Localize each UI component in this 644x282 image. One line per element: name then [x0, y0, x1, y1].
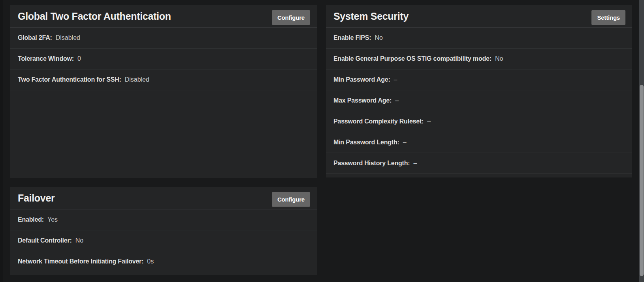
- card-title-system-security: System Security: [333, 11, 409, 22]
- card-failover: Failover Configure Enabled: Yes Default …: [10, 187, 317, 275]
- row-label-max-password-age: Max Password Age:: [333, 97, 392, 104]
- row-value-network-timeout: 0s: [147, 258, 154, 265]
- card-system-security-header: System Security Settings: [326, 5, 632, 28]
- window-left-edge: [0, 0, 3, 282]
- row-label-default-controller: Default Controller:: [18, 237, 72, 244]
- row-min-password-age: Min Password Age: –: [326, 69, 632, 90]
- row-label-stig-mode: Enable General Purpose OS STIG compatibi…: [333, 55, 491, 62]
- row-password-complexity: Password Complexity Ruleset: –: [326, 111, 632, 132]
- scrollbar-track[interactable]: [639, 0, 644, 282]
- row-value-password-complexity: –: [427, 118, 431, 125]
- card-title-global-2fa: Global Two Factor Authentication: [18, 11, 171, 22]
- row-label-network-timeout: Network Timeout Before Initiating Failov…: [18, 258, 143, 265]
- row-label-tolerance-window: Tolerance Window:: [18, 55, 74, 62]
- card-global-2fa: Global Two Factor Authentication Configu…: [10, 5, 317, 178]
- row-label-enable-fips: Enable FIPS:: [333, 34, 371, 41]
- card-system-security: System Security Settings Enable FIPS: No…: [326, 5, 632, 177]
- row-value-password-history-length: –: [413, 160, 417, 167]
- row-label-password-history-length: Password History Length:: [333, 160, 410, 167]
- row-value-global-2fa: Disabled: [56, 34, 80, 41]
- row-value-failover-enabled: Yes: [47, 216, 58, 223]
- card-global-2fa-header: Global Two Factor Authentication Configu…: [10, 5, 317, 28]
- card-title-failover: Failover: [18, 192, 55, 204]
- row-failover-enabled: Enabled: Yes: [10, 209, 317, 230]
- row-label-failover-enabled: Enabled:: [18, 216, 44, 223]
- card-failover-header: Failover Configure: [10, 187, 317, 209]
- row-label-password-complexity: Password Complexity Ruleset:: [333, 118, 424, 125]
- row-password-history-length: Password History Length: –: [326, 153, 632, 174]
- scrollbar-thumb[interactable]: [640, 85, 644, 276]
- row-value-tolerance-window: 0: [77, 55, 81, 62]
- row-min-password-length: Min Password Length: –: [326, 132, 632, 153]
- row-default-controller: Default Controller: No: [10, 230, 317, 251]
- failover-configure-button[interactable]: Configure: [272, 192, 310, 207]
- row-network-timeout: Network Timeout Before Initiating Failov…: [10, 251, 317, 272]
- row-value-stig-mode: No: [495, 55, 503, 62]
- row-global-2fa: Global 2FA: Disabled: [10, 28, 317, 49]
- row-label-min-password-length: Min Password Length:: [333, 139, 399, 146]
- row-value-min-password-age: –: [394, 76, 397, 83]
- row-tolerance-window: Tolerance Window: 0: [10, 49, 317, 69]
- row-value-default-controller: No: [75, 237, 83, 244]
- system-security-settings-button[interactable]: Settings: [591, 10, 625, 25]
- row-value-2fa-ssh: Disabled: [125, 76, 149, 83]
- row-value-min-password-length: –: [403, 139, 407, 146]
- row-label-min-password-age: Min Password Age:: [333, 76, 390, 83]
- row-label-2fa-ssh: Two Factor Authentication for SSH:: [18, 76, 121, 83]
- row-2fa-ssh: Two Factor Authentication for SSH: Disab…: [10, 69, 317, 90]
- row-value-max-password-age: –: [395, 97, 399, 104]
- global-2fa-configure-button[interactable]: Configure: [272, 10, 310, 25]
- row-enable-fips: Enable FIPS: No: [326, 28, 632, 49]
- row-max-password-age: Max Password Age: –: [326, 90, 632, 111]
- row-stig-mode: Enable General Purpose OS STIG compatibi…: [326, 49, 632, 69]
- row-label-global-2fa: Global 2FA:: [18, 34, 52, 41]
- row-value-enable-fips: No: [375, 34, 382, 41]
